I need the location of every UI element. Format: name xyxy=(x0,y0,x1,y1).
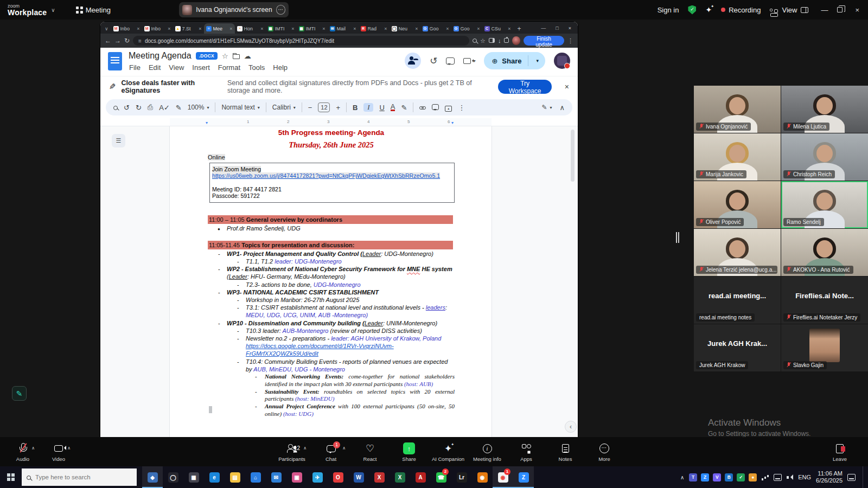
forward-icon[interactable]: → xyxy=(114,37,121,44)
site-settings-icon[interactable]: ≡ xyxy=(138,38,142,44)
document-page[interactable]: 5th Progress meeting- AgendaThursday, 26… xyxy=(170,126,492,437)
tab-search-icon[interactable]: ∨ xyxy=(104,26,111,34)
taskbar-cortana[interactable]: ◯ xyxy=(163,466,183,488)
share-button[interactable]: ⊕ Share ▾ xyxy=(484,52,545,69)
audio-button[interactable]: Audio∧ xyxy=(8,441,38,462)
browser-tab-google-blue[interactable]: GGoo× xyxy=(420,23,451,34)
taskbar-mail[interactable]: ✉ xyxy=(266,466,286,488)
tray-bluetooth[interactable]: B xyxy=(725,473,733,481)
taskbar-store[interactable]: ⌂ xyxy=(245,466,266,488)
highlight-button[interactable]: ✎ xyxy=(401,104,407,112)
account-avatar[interactable] xyxy=(554,53,570,69)
browser-tab-sheets[interactable]: ▦IMTI× xyxy=(266,23,297,34)
tab-close-icon[interactable]: × xyxy=(229,26,232,31)
finish-update-button[interactable]: Finish update xyxy=(524,36,564,46)
version-history-icon[interactable]: ↺ xyxy=(430,55,437,67)
browser-tab-docs[interactable]: ≡Mee× xyxy=(204,23,235,34)
cloud-status-icon[interactable]: ☁ xyxy=(244,52,251,60)
browser-tab-clock-colorful[interactable]: ◔Hon× xyxy=(235,23,266,34)
menu-help[interactable]: Help xyxy=(273,63,288,72)
insert-link-icon[interactable] xyxy=(419,104,426,111)
chevron-up-icon[interactable]: ∧ xyxy=(31,446,35,451)
taskbar-adobe-red[interactable]: X xyxy=(369,466,390,488)
bold-button[interactable]: B xyxy=(353,104,358,112)
react-button[interactable]: ♡React xyxy=(352,441,388,462)
participant-tile[interactable]: Slavko Gajin xyxy=(781,324,868,371)
new-tab-button[interactable]: + xyxy=(513,25,526,34)
collapse-toolbar-icon[interactable]: ∧ xyxy=(559,104,565,112)
document-scrollbar[interactable] xyxy=(571,129,575,432)
participant-tile[interactable]: Ivana Ognjanović xyxy=(694,86,781,133)
taskbar-task-view[interactable]: ▦ xyxy=(183,466,204,488)
menu-file[interactable]: File xyxy=(129,63,141,72)
ai-button[interactable]: ✦AI Companion xyxy=(430,441,466,462)
undo-icon[interactable]: ↺ xyxy=(124,104,130,112)
increase-font-icon[interactable]: + xyxy=(336,104,340,112)
bookmark-star-icon[interactable]: ☆ xyxy=(480,37,486,44)
tray-viber[interactable]: V xyxy=(713,473,721,481)
tab-close-icon[interactable]: × xyxy=(415,26,418,31)
participant-tile[interactable]: Oliver Popović xyxy=(694,181,781,228)
sign-in-link[interactable]: Sign in xyxy=(658,6,679,14)
volume-icon[interactable] xyxy=(787,474,793,480)
participant-tile[interactable]: Milena Ljutica xyxy=(781,86,868,133)
more-options-icon[interactable]: ⋯ xyxy=(276,5,285,15)
tab-close-icon[interactable]: × xyxy=(322,26,325,31)
side-panel-icon[interactable] xyxy=(489,37,495,44)
taskbar-zoom-app[interactable]: Z xyxy=(513,466,534,488)
participant-tile[interactable]: Ramo Sendelj xyxy=(781,181,868,228)
tab-close-icon[interactable]: × xyxy=(168,26,170,31)
start-button[interactable] xyxy=(0,466,22,488)
page-zoom-icon[interactable] xyxy=(473,37,477,44)
participant-tile[interactable]: read.ai meeting...read.ai meeting notes xyxy=(694,277,781,324)
tab-close-icon[interactable]: × xyxy=(291,26,294,31)
participant-tile[interactable]: Christoph Reich xyxy=(781,133,868,181)
taskbar-chrome[interactable]: ◉1 xyxy=(493,466,513,488)
tray-expand-icon[interactable]: ∧ xyxy=(680,474,684,480)
redo-icon[interactable]: ↻ xyxy=(136,104,142,112)
meet-call-button[interactable]: ▾ xyxy=(463,58,475,64)
star-icon[interactable]: ☆ xyxy=(222,52,228,60)
menu-view[interactable]: View xyxy=(169,63,184,72)
taskbar-firefox[interactable]: ◉ xyxy=(472,466,493,488)
taskbar-lightroom[interactable]: Lr xyxy=(451,466,472,488)
apps-button[interactable]: Apps xyxy=(508,441,544,462)
chevron-up-icon[interactable]: ∧ xyxy=(342,446,346,451)
editing-mode-select[interactable]: ✎ ▾ xyxy=(541,104,552,111)
browser-tab-purple-app[interactable]: CCSu× xyxy=(482,23,513,34)
restore-button[interactable] xyxy=(837,7,843,12)
show-desktop-button[interactable] xyxy=(863,466,865,488)
tray-defender[interactable]: ✓ xyxy=(737,473,745,481)
more-button[interactable]: ⋯More xyxy=(586,441,622,462)
tray-zoom-tray[interactable]: Z xyxy=(701,473,709,481)
browser-tab-gmail[interactable]: MInbo× xyxy=(111,23,142,34)
taskbar-photos[interactable]: ▣ xyxy=(286,466,307,488)
participant-tile[interactable]: Jurek AGH Krak...Jurek AGH Krakow xyxy=(694,324,781,371)
video-button[interactable]: Video∧ xyxy=(43,441,74,462)
panel-resize-handle[interactable] xyxy=(676,232,680,243)
info-button[interactable]: iMeeting info xyxy=(469,441,505,462)
taskbar-excel[interactable]: X xyxy=(390,466,410,488)
browser-tab-google-blue[interactable]: GGoo× xyxy=(451,23,482,34)
chevron-up-icon[interactable]: ∧ xyxy=(67,446,71,451)
shared-screen-pill[interactable]: Ivana Ognjanović's screen ⋯ xyxy=(179,2,289,17)
tab-close-icon[interactable]: × xyxy=(384,26,387,31)
browser-tab-outlook[interactable]: ✉Mail× xyxy=(328,23,359,34)
decrease-font-icon[interactable]: − xyxy=(308,104,312,112)
google-docs-icon[interactable] xyxy=(108,52,122,70)
notes-button[interactable]: Notes xyxy=(547,441,583,462)
taskbar-edge[interactable]: e xyxy=(204,466,225,488)
paint-format-icon[interactable]: ✎ xyxy=(176,104,182,112)
browser-profile-avatar[interactable] xyxy=(512,36,520,45)
participant-tile[interactable]: AKOKVO - Ana Rutović xyxy=(781,229,868,276)
view-button[interactable]: View xyxy=(782,6,808,14)
search-icon[interactable] xyxy=(113,104,118,112)
move-folder-icon[interactable] xyxy=(233,54,240,59)
browser-tab-red-app[interactable]: RRad× xyxy=(359,23,390,34)
apps-grid-icon[interactable] xyxy=(770,9,773,11)
annotation-pencil-button[interactable]: ✎ xyxy=(12,386,27,401)
taskbar-opera[interactable]: O xyxy=(328,466,348,488)
tab-close-icon[interactable]: × xyxy=(477,26,480,31)
underline-button[interactable]: U xyxy=(379,104,384,112)
taskbar-word[interactable]: W xyxy=(348,466,369,488)
